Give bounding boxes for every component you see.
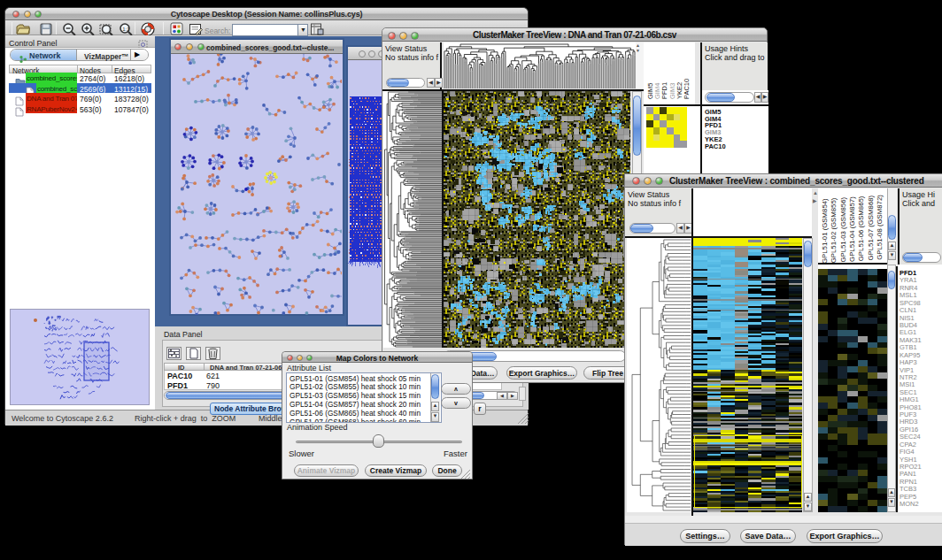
svg-text:GPL51-03 (GSM856): GPL51-03 (GSM856)	[839, 197, 847, 263]
svg-text:GPL51-06 (GSM865): GPL51-06 (GSM865)	[857, 196, 865, 261]
svg-text:GPL51-08 (GSM872): GPL51-08 (GSM872)	[876, 195, 884, 260]
svg-text:GPL51-07 (GSM868): GPL51-07 (GSM868)	[867, 195, 875, 260]
svg-text:1:1: 1:1	[122, 27, 130, 32]
svg-text:GPL51-04 (GSM857): GPL51-04 (GSM857)	[848, 196, 856, 262]
svg-text:GPL51-01 (GSM854): GPL51-01 (GSM854)	[821, 198, 829, 264]
svg-text:PAC10: PAC10	[683, 79, 691, 99]
svg-text:GPL51-02 (GSM855): GPL51-02 (GSM855)	[830, 197, 838, 263]
